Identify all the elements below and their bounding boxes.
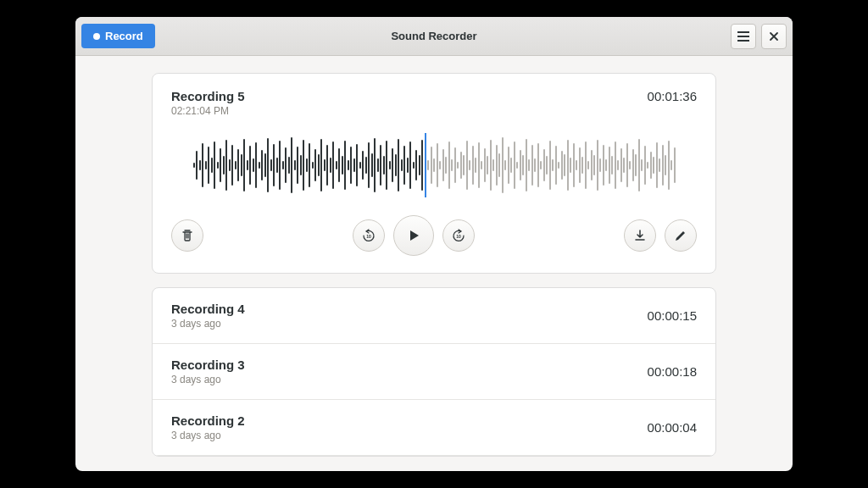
list-item-duration: 00:00:15 [648, 308, 697, 323]
waveform-bar [615, 141, 616, 189]
waveform-bar [276, 158, 278, 173]
waveform-bar [629, 161, 631, 169]
waveform-bar [487, 156, 488, 175]
waveform-bar [235, 161, 236, 169]
playhead-marker[interactable] [425, 133, 426, 197]
waveform-bar [508, 147, 509, 184]
play-button[interactable] [393, 215, 434, 256]
waveform-bar [454, 147, 456, 183]
waveform-bar [597, 140, 598, 191]
waveform-bar [632, 149, 634, 181]
waveform-bar [605, 159, 607, 171]
waveform-bar [291, 137, 292, 193]
waveform-bar [475, 158, 476, 173]
list-item-meta: 3 days ago [171, 318, 245, 330]
waveform-bar [309, 143, 310, 187]
waveform-bar [433, 158, 435, 172]
waveform-bar [662, 145, 664, 186]
waveform-bar [223, 156, 225, 175]
waveform-bar [270, 159, 272, 171]
hamburger-icon [737, 31, 749, 42]
svg-text:10: 10 [456, 234, 461, 239]
waveform-bar [656, 142, 658, 188]
waveform-bar [641, 159, 643, 171]
forward-10-button[interactable]: 10 [442, 219, 475, 252]
waveform-bar [374, 138, 376, 192]
waveform-bar [561, 151, 563, 180]
waveform-bar [478, 142, 480, 188]
waveform-bar [421, 140, 423, 191]
waveform-bar [555, 146, 557, 185]
waveform-bar [573, 143, 575, 187]
waveform-bar [336, 161, 337, 169]
waveform-bar [445, 157, 447, 174]
waveform-bar [380, 145, 381, 186]
list-item-meta: 3 days ago [171, 430, 245, 441]
record-button-label: Record [105, 30, 143, 42]
waveform-bar [510, 158, 512, 173]
waveform-bar [591, 150, 593, 180]
close-button[interactable] [761, 24, 787, 49]
waveform-bar [237, 149, 239, 181]
waveform-bar [603, 145, 604, 186]
recording-list-item[interactable]: Recording 2 3 days ago 00:00:04 [153, 400, 715, 456]
waveform-bar [522, 155, 524, 175]
waveform-bar [581, 157, 583, 174]
waveform-bar [558, 162, 559, 169]
waveform-bar [647, 162, 648, 169]
waveform-bar [407, 158, 409, 173]
waveform-bar [516, 162, 518, 169]
rename-button[interactable] [665, 219, 697, 252]
right-controls [624, 219, 697, 252]
recording-title-block: Recording 5 02:21:04 PM [171, 89, 245, 117]
waveform-bar [528, 159, 530, 171]
download-icon [633, 229, 647, 242]
waveform-bar [481, 161, 482, 169]
list-item-meta: 3 days ago [171, 374, 245, 385]
waveform-bar [255, 142, 257, 188]
pencil-icon [675, 230, 687, 241]
waveform-bar [267, 138, 269, 192]
waveform-bar [611, 156, 613, 175]
waveform-bar [247, 160, 248, 170]
recording-name: Recording 5 [171, 89, 245, 103]
waveform-bar [413, 162, 415, 169]
record-button[interactable]: Record [81, 24, 155, 48]
waveform-bar [472, 146, 474, 185]
waveform-bar [217, 162, 219, 169]
delete-button[interactable] [171, 219, 203, 252]
waveform-bar [330, 158, 331, 173]
waveform-bar [318, 154, 320, 176]
waveform-bar [220, 148, 221, 182]
rewind-10-icon: 10 [361, 228, 376, 243]
waveform-bar [303, 140, 304, 191]
waveform-bar [653, 157, 654, 174]
waveform-bar [377, 158, 379, 172]
waveform-bar [659, 158, 660, 172]
hamburger-menu-button[interactable] [731, 24, 756, 49]
waveform-bar [427, 160, 429, 170]
waveform-bar [392, 148, 393, 182]
waveform-bar [196, 151, 198, 180]
waveform-bar [312, 162, 314, 169]
waveform-bar [665, 155, 666, 175]
waveform-bar [448, 141, 450, 189]
waveform-bar [626, 143, 628, 187]
waveform-bar [442, 149, 444, 181]
waveform-bar [431, 147, 432, 184]
waveform-bar [211, 158, 213, 173]
rewind-10-button[interactable]: 10 [353, 219, 385, 252]
recording-list-item[interactable]: Recording 4 3 days ago 00:00:15 [153, 288, 715, 344]
waveform-bar [279, 141, 281, 190]
svg-text:10: 10 [366, 234, 371, 239]
export-button[interactable] [624, 219, 656, 252]
waveform-bar [383, 156, 385, 175]
selected-recording-card: Recording 5 02:21:04 PM 00:01:36 10 [152, 73, 716, 274]
playback-controls: 10 10 [171, 215, 697, 256]
waveform-bar [342, 156, 343, 175]
recording-list-item[interactable]: Recording 3 3 days ago 00:00:18 [153, 344, 715, 400]
waveform[interactable] [171, 129, 697, 202]
list-item-left: Recording 2 3 days ago [171, 413, 245, 441]
waveform-bar [650, 152, 652, 179]
waveform-bar [484, 148, 486, 182]
